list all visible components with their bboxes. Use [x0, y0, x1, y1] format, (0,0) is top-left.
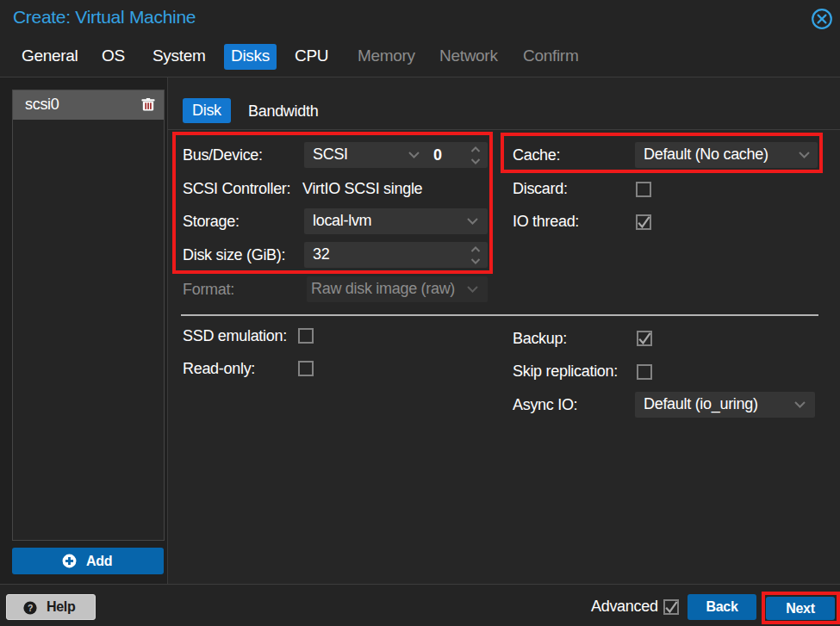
svg-text:?: ?	[28, 603, 33, 613]
